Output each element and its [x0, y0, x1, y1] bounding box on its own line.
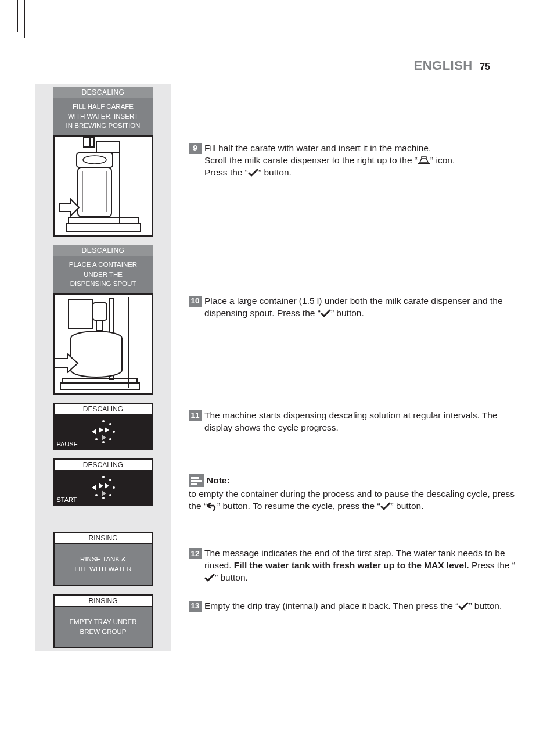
step-text: The machine starts dispensing descaling … — [204, 410, 519, 434]
step-13: 13 Empty the drip tray (internal) and pl… — [189, 600, 519, 612]
note-block: Note: to empty the container during the … — [189, 474, 519, 513]
svg-rect-9 — [66, 224, 141, 232]
svg-point-19 — [102, 420, 105, 422]
check-icon — [248, 169, 258, 177]
check-icon — [321, 309, 331, 318]
panel-descaling-container: DESCALING PLACE A CONTAINER UNDER THE DI… — [53, 245, 153, 395]
svg-point-33 — [102, 497, 105, 499]
back-icon — [207, 502, 217, 511]
svg-rect-3 — [77, 153, 113, 167]
spinner-icon — [90, 418, 117, 445]
step-number: 9 — [189, 143, 202, 154]
svg-point-29 — [102, 476, 105, 478]
svg-point-24 — [95, 438, 98, 440]
svg-point-20 — [109, 423, 111, 425]
display-label: START — [57, 496, 77, 503]
note-text: to empty the container during the proces… — [189, 488, 519, 513]
panel-title: DESCALING — [53, 87, 153, 98]
svg-rect-12 — [93, 303, 107, 320]
main-content: 9 Fill half the carafe with water and in… — [189, 84, 519, 612]
page-number: 75 — [480, 62, 490, 71]
step-text: Empty the drip tray (internal) and place… — [204, 600, 519, 612]
note-label: Note: — [207, 475, 230, 486]
panel-title: DESCALING — [53, 245, 153, 256]
svg-rect-17 — [63, 378, 137, 383]
svg-point-31 — [113, 486, 115, 489]
illustration-container — [53, 293, 153, 395]
panel-body: EMPTY TRAY UNDER BREW GROUP — [55, 607, 152, 648]
display-pause: DESCALING PAUSE — [53, 403, 153, 450]
language-label: ENGLISH — [413, 58, 472, 73]
svg-point-4 — [83, 156, 106, 164]
sidebar: DESCALING FILL HALF CARAFE WITH WATER. I… — [35, 84, 171, 651]
svg-rect-1 — [91, 138, 94, 147]
step-text: Place a large container (1.5 l) under bo… — [204, 295, 519, 320]
step-text: Fill half the carafe with water and inse… — [204, 142, 519, 179]
svg-point-34 — [95, 494, 98, 496]
panel-title: RINSING — [55, 533, 152, 544]
svg-point-21 — [113, 431, 115, 433]
svg-rect-2 — [96, 141, 120, 153]
illustration-carafe — [53, 135, 153, 237]
svg-marker-35 — [92, 485, 96, 490]
panel-rinse-tank: RINSING RINSE TANK & FILL WITH WATER — [53, 532, 153, 586]
page-header: ENGLISH 75 — [413, 58, 490, 73]
display-start: DESCALING START — [53, 458, 153, 506]
svg-rect-11 — [69, 299, 93, 328]
panel-rinse-tray: RINSING EMPTY TRAY UNDER BREW GROUP — [53, 594, 153, 649]
svg-marker-36 — [99, 483, 103, 489]
step-10: 10 Place a large container (1.5 l) under… — [189, 295, 519, 320]
display-title: DESCALING — [55, 460, 152, 470]
svg-rect-8 — [69, 218, 138, 224]
step-text: The message indicates the end of the fir… — [204, 547, 519, 584]
svg-point-23 — [102, 441, 105, 443]
step-number: 12 — [189, 548, 202, 559]
step-number: 13 — [189, 601, 202, 612]
check-icon — [458, 602, 469, 611]
svg-rect-0 — [84, 138, 89, 147]
step-9: 9 Fill half the carafe with water and in… — [189, 142, 519, 179]
svg-point-22 — [109, 438, 111, 440]
panel-title: RINSING — [55, 596, 152, 607]
step-11: 11 The machine starts dispensing descali… — [189, 410, 519, 434]
panel-body: FILL HALF CARAFE WITH WATER. INSERT IN B… — [53, 98, 153, 135]
svg-marker-28 — [102, 435, 106, 440]
svg-marker-26 — [99, 427, 103, 433]
check-icon — [204, 574, 215, 582]
note-icon — [189, 474, 204, 487]
svg-point-32 — [109, 494, 111, 496]
panel-body: PLACE A CONTAINER UNDER THE DISPENSING S… — [53, 256, 153, 293]
svg-rect-18 — [60, 383, 139, 390]
panel-body: RINSE TANK & FILL WITH WATER — [55, 544, 152, 585]
svg-marker-25 — [92, 429, 96, 435]
display-title: DESCALING — [55, 404, 152, 414]
check-icon — [380, 502, 391, 511]
svg-point-30 — [109, 479, 111, 481]
spinner-icon — [90, 474, 117, 501]
step-number: 11 — [189, 410, 202, 421]
svg-rect-13 — [96, 320, 102, 331]
display-label: PAUSE — [57, 440, 78, 447]
svg-rect-5 — [78, 167, 111, 217]
step-12: 12 The message indicates the end of the … — [189, 547, 519, 584]
panel-descaling-carafe: DESCALING FILL HALF CARAFE WITH WATER. I… — [53, 87, 153, 237]
carafe-top-icon — [418, 156, 430, 164]
step-number: 10 — [189, 296, 202, 307]
svg-marker-38 — [102, 490, 106, 496]
svg-marker-27 — [105, 427, 109, 433]
svg-marker-37 — [105, 483, 109, 489]
